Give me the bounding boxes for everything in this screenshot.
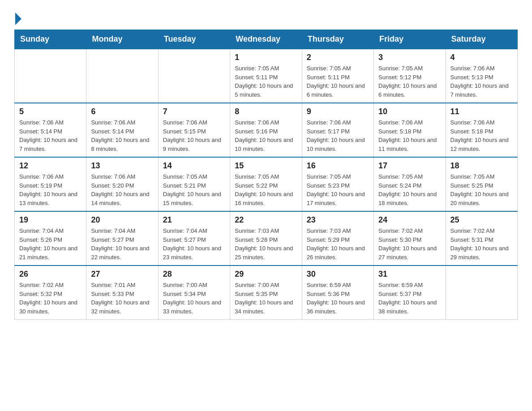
day-number: 31 [378,270,441,279]
calendar-cell: 5Sunrise: 7:06 AM Sunset: 5:14 PM Daylig… [15,103,86,157]
calendar-cell: 1Sunrise: 7:05 AM Sunset: 5:11 PM Daylig… [230,49,302,103]
day-number: 2 [307,53,369,62]
calendar-cell: 25Sunrise: 7:02 AM Sunset: 5:31 PM Dayli… [446,211,517,265]
day-number: 22 [235,215,297,225]
day-number: 16 [307,161,369,171]
day-info: Sunrise: 7:06 AM Sunset: 5:16 PM Dayligh… [235,118,297,153]
day-info: Sunrise: 7:05 AM Sunset: 5:12 PM Dayligh… [378,64,441,99]
day-number: 10 [378,107,441,116]
calendar-cell: 11Sunrise: 7:06 AM Sunset: 5:18 PM Dayli… [446,103,517,157]
calendar-day-header: Wednesday [230,30,302,49]
day-number: 11 [450,107,513,116]
calendar-cell: 31Sunrise: 6:59 AM Sunset: 5:37 PM Dayli… [374,265,446,320]
day-number: 15 [235,161,297,171]
calendar-day-header: Monday [86,30,158,49]
day-number: 5 [19,107,82,116]
calendar-week-row: 5Sunrise: 7:06 AM Sunset: 5:14 PM Daylig… [15,103,518,157]
logo-triangle-icon [15,13,21,25]
day-info: Sunrise: 7:06 AM Sunset: 5:20 PM Dayligh… [91,172,153,207]
day-info: Sunrise: 7:05 AM Sunset: 5:25 PM Dayligh… [450,172,513,207]
calendar-cell [158,49,230,103]
calendar-cell: 14Sunrise: 7:05 AM Sunset: 5:21 PM Dayli… [158,157,230,211]
day-info: Sunrise: 7:01 AM Sunset: 5:33 PM Dayligh… [91,281,153,316]
calendar-cell: 19Sunrise: 7:04 AM Sunset: 5:26 PM Dayli… [15,211,86,265]
day-number: 24 [378,215,441,225]
day-info: Sunrise: 7:06 AM Sunset: 5:14 PM Dayligh… [19,118,82,153]
day-info: Sunrise: 7:03 AM Sunset: 5:28 PM Dayligh… [235,227,297,261]
calendar-cell: 10Sunrise: 7:06 AM Sunset: 5:18 PM Dayli… [374,103,446,157]
day-info: Sunrise: 7:02 AM Sunset: 5:31 PM Dayligh… [450,227,513,261]
day-info: Sunrise: 7:04 AM Sunset: 5:27 PM Dayligh… [163,227,225,261]
calendar-cell: 21Sunrise: 7:04 AM Sunset: 5:27 PM Dayli… [158,211,230,265]
calendar-week-row: 19Sunrise: 7:04 AM Sunset: 5:26 PM Dayli… [15,211,518,265]
logo [14,11,22,21]
day-info: Sunrise: 6:59 AM Sunset: 5:37 PM Dayligh… [378,281,441,316]
day-info: Sunrise: 7:06 AM Sunset: 5:15 PM Dayligh… [163,118,225,153]
day-number: 25 [450,215,513,225]
day-number: 26 [19,270,82,279]
calendar-cell: 2Sunrise: 7:05 AM Sunset: 5:11 PM Daylig… [302,49,373,103]
calendar-day-header: Saturday [446,30,517,49]
day-number: 29 [235,270,297,279]
calendar-cell [86,49,158,103]
calendar-cell: 9Sunrise: 7:06 AM Sunset: 5:17 PM Daylig… [302,103,373,157]
calendar-cell: 29Sunrise: 7:00 AM Sunset: 5:35 PM Dayli… [230,265,302,320]
day-info: Sunrise: 7:06 AM Sunset: 5:18 PM Dayligh… [378,118,441,153]
calendar-day-header: Sunday [15,30,86,49]
day-number: 13 [91,161,153,171]
calendar-cell: 4Sunrise: 7:06 AM Sunset: 5:13 PM Daylig… [446,49,517,103]
day-info: Sunrise: 7:05 AM Sunset: 5:22 PM Dayligh… [235,172,297,207]
calendar-day-header: Thursday [302,30,373,49]
calendar-cell: 17Sunrise: 7:05 AM Sunset: 5:24 PM Dayli… [374,157,446,211]
day-number: 28 [163,270,225,279]
day-number: 1 [235,53,297,62]
day-info: Sunrise: 7:05 AM Sunset: 5:11 PM Dayligh… [235,64,297,99]
calendar-cell: 20Sunrise: 7:04 AM Sunset: 5:27 PM Dayli… [86,211,158,265]
day-info: Sunrise: 7:00 AM Sunset: 5:35 PM Dayligh… [235,281,297,316]
calendar-cell: 7Sunrise: 7:06 AM Sunset: 5:15 PM Daylig… [158,103,230,157]
calendar-cell: 8Sunrise: 7:06 AM Sunset: 5:16 PM Daylig… [230,103,302,157]
calendar-cell: 28Sunrise: 7:00 AM Sunset: 5:34 PM Dayli… [158,265,230,320]
day-number: 9 [307,107,369,116]
day-number: 18 [450,161,513,171]
calendar-cell: 30Sunrise: 6:59 AM Sunset: 5:36 PM Dayli… [302,265,373,320]
day-info: Sunrise: 7:06 AM Sunset: 5:14 PM Dayligh… [91,118,153,153]
calendar-week-row: 26Sunrise: 7:02 AM Sunset: 5:32 PM Dayli… [15,265,518,320]
calendar-table: SundayMondayTuesdayWednesdayThursdayFrid… [14,30,518,320]
day-info: Sunrise: 7:05 AM Sunset: 5:23 PM Dayligh… [307,172,369,207]
calendar-cell: 15Sunrise: 7:05 AM Sunset: 5:22 PM Dayli… [230,157,302,211]
calendar-header-row: SundayMondayTuesdayWednesdayThursdayFrid… [15,30,518,49]
page-header [14,11,518,21]
day-number: 23 [307,215,369,225]
calendar-week-row: 12Sunrise: 7:06 AM Sunset: 5:19 PM Dayli… [15,157,518,211]
day-number: 21 [163,215,225,225]
calendar-cell: 27Sunrise: 7:01 AM Sunset: 5:33 PM Dayli… [86,265,158,320]
calendar-cell: 23Sunrise: 7:03 AM Sunset: 5:29 PM Dayli… [302,211,373,265]
calendar-cell [15,49,86,103]
calendar-cell: 6Sunrise: 7:06 AM Sunset: 5:14 PM Daylig… [86,103,158,157]
day-number: 8 [235,107,297,116]
calendar-cell: 12Sunrise: 7:06 AM Sunset: 5:19 PM Dayli… [15,157,86,211]
calendar-cell: 26Sunrise: 7:02 AM Sunset: 5:32 PM Dayli… [15,265,86,320]
calendar-cell: 13Sunrise: 7:06 AM Sunset: 5:20 PM Dayli… [86,157,158,211]
day-info: Sunrise: 7:03 AM Sunset: 5:29 PM Dayligh… [307,227,369,261]
calendar-cell: 16Sunrise: 7:05 AM Sunset: 5:23 PM Dayli… [302,157,373,211]
calendar-cell: 24Sunrise: 7:02 AM Sunset: 5:30 PM Dayli… [374,211,446,265]
day-number: 19 [19,215,82,225]
day-info: Sunrise: 7:02 AM Sunset: 5:30 PM Dayligh… [378,227,441,261]
day-info: Sunrise: 7:06 AM Sunset: 5:13 PM Dayligh… [450,64,513,99]
day-info: Sunrise: 7:04 AM Sunset: 5:26 PM Dayligh… [19,227,82,261]
calendar-day-header: Tuesday [158,30,230,49]
calendar-cell: 3Sunrise: 7:05 AM Sunset: 5:12 PM Daylig… [374,49,446,103]
day-info: Sunrise: 7:04 AM Sunset: 5:27 PM Dayligh… [91,227,153,261]
calendar-week-row: 1Sunrise: 7:05 AM Sunset: 5:11 PM Daylig… [15,49,518,103]
day-info: Sunrise: 7:06 AM Sunset: 5:19 PM Dayligh… [19,172,82,207]
calendar-cell [446,265,517,320]
day-info: Sunrise: 7:05 AM Sunset: 5:11 PM Dayligh… [307,64,369,99]
day-number: 6 [91,107,153,116]
day-info: Sunrise: 6:59 AM Sunset: 5:36 PM Dayligh… [307,281,369,316]
day-info: Sunrise: 7:00 AM Sunset: 5:34 PM Dayligh… [163,281,225,316]
day-number: 20 [91,215,153,225]
calendar-cell: 18Sunrise: 7:05 AM Sunset: 5:25 PM Dayli… [446,157,517,211]
day-info: Sunrise: 7:05 AM Sunset: 5:21 PM Dayligh… [163,172,225,207]
